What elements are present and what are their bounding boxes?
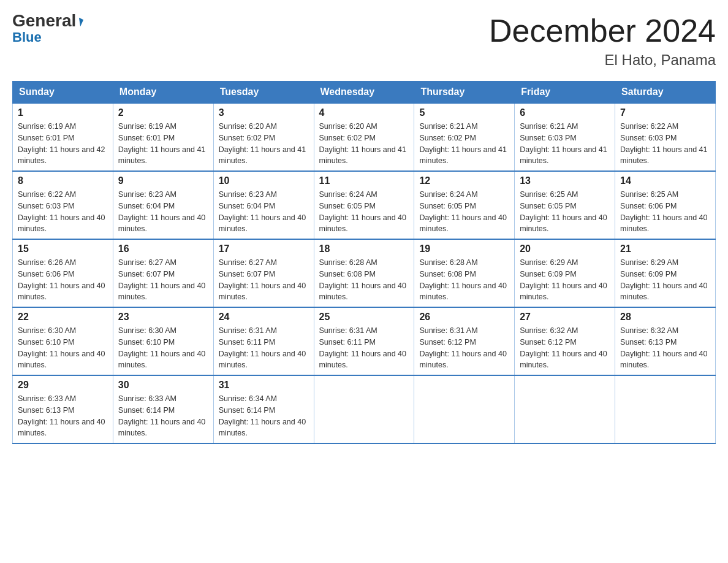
column-header-saturday: Saturday — [615, 82, 716, 104]
logo-general: General — [12, 12, 82, 29]
day-info: Sunrise: 6:22 AMSunset: 6:03 PMDaylight:… — [620, 121, 710, 167]
day-number: 5 — [419, 107, 509, 118]
calendar-cell: 2Sunrise: 6:19 AMSunset: 6:01 PMDaylight… — [113, 103, 213, 171]
calendar-cell — [615, 375, 716, 443]
day-number: 21 — [620, 243, 710, 255]
day-info: Sunrise: 6:27 AMSunset: 6:07 PMDaylight:… — [118, 257, 208, 303]
calendar-cell: 17Sunrise: 6:27 AMSunset: 6:07 PMDayligh… — [213, 239, 314, 307]
day-info: Sunrise: 6:31 AMSunset: 6:11 PMDaylight:… — [319, 325, 409, 371]
calendar-cell — [515, 375, 615, 443]
day-number: 14 — [620, 175, 710, 186]
column-header-wednesday: Wednesday — [314, 82, 414, 104]
day-number: 16 — [118, 243, 208, 255]
day-info: Sunrise: 6:32 AMSunset: 6:12 PMDaylight:… — [520, 325, 610, 371]
day-info: Sunrise: 6:19 AMSunset: 6:01 PMDaylight:… — [118, 121, 208, 167]
day-info: Sunrise: 6:30 AMSunset: 6:10 PMDaylight:… — [118, 325, 208, 371]
calendar-cell: 27Sunrise: 6:32 AMSunset: 6:12 PMDayligh… — [515, 307, 615, 375]
day-info: Sunrise: 6:24 AMSunset: 6:05 PMDaylight:… — [419, 189, 509, 235]
page-header: General Blue December 2024 El Hato, Pana… — [12, 12, 716, 69]
day-info: Sunrise: 6:19 AMSunset: 6:01 PMDaylight:… — [18, 121, 108, 167]
day-number: 11 — [319, 175, 409, 186]
calendar-cell: 1Sunrise: 6:19 AMSunset: 6:01 PMDaylight… — [13, 103, 113, 171]
day-number: 23 — [118, 312, 208, 323]
column-header-sunday: Sunday — [13, 82, 113, 104]
calendar-cell: 23Sunrise: 6:30 AMSunset: 6:10 PMDayligh… — [113, 307, 213, 375]
calendar-cell: 18Sunrise: 6:28 AMSunset: 6:08 PMDayligh… — [314, 239, 414, 307]
calendar-cell: 22Sunrise: 6:30 AMSunset: 6:10 PMDayligh… — [13, 307, 113, 375]
calendar-week-4: 22Sunrise: 6:30 AMSunset: 6:10 PMDayligh… — [13, 307, 716, 375]
day-info: Sunrise: 6:28 AMSunset: 6:08 PMDaylight:… — [419, 257, 509, 303]
day-info: Sunrise: 6:25 AMSunset: 6:05 PMDaylight:… — [520, 189, 610, 235]
day-info: Sunrise: 6:26 AMSunset: 6:06 PMDaylight:… — [18, 257, 108, 303]
day-info: Sunrise: 6:28 AMSunset: 6:08 PMDaylight:… — [319, 257, 409, 303]
calendar-cell: 21Sunrise: 6:29 AMSunset: 6:09 PMDayligh… — [615, 239, 716, 307]
day-number: 17 — [219, 243, 309, 255]
calendar-cell: 16Sunrise: 6:27 AMSunset: 6:07 PMDayligh… — [113, 239, 213, 307]
calendar-week-1: 1Sunrise: 6:19 AMSunset: 6:01 PMDaylight… — [13, 103, 716, 171]
day-info: Sunrise: 6:33 AMSunset: 6:14 PMDaylight:… — [118, 393, 208, 439]
day-info: Sunrise: 6:27 AMSunset: 6:07 PMDaylight:… — [219, 257, 309, 303]
day-number: 12 — [419, 175, 509, 186]
day-info: Sunrise: 6:32 AMSunset: 6:13 PMDaylight:… — [620, 325, 710, 371]
day-number: 29 — [18, 380, 108, 391]
day-number: 19 — [419, 243, 509, 255]
calendar-week-5: 29Sunrise: 6:33 AMSunset: 6:13 PMDayligh… — [13, 375, 716, 443]
day-number: 7 — [620, 107, 710, 118]
month-title: December 2024 — [489, 12, 716, 49]
calendar-cell: 25Sunrise: 6:31 AMSunset: 6:11 PMDayligh… — [314, 307, 414, 375]
day-info: Sunrise: 6:23 AMSunset: 6:04 PMDaylight:… — [118, 189, 208, 235]
column-header-tuesday: Tuesday — [213, 82, 314, 104]
calendar-cell: 26Sunrise: 6:31 AMSunset: 6:12 PMDayligh… — [414, 307, 515, 375]
day-info: Sunrise: 6:29 AMSunset: 6:09 PMDaylight:… — [620, 257, 710, 303]
calendar-cell: 7Sunrise: 6:22 AMSunset: 6:03 PMDaylight… — [615, 103, 716, 171]
day-number: 24 — [219, 312, 309, 323]
day-number: 26 — [419, 312, 509, 323]
calendar-cell: 5Sunrise: 6:21 AMSunset: 6:02 PMDaylight… — [414, 103, 515, 171]
day-info: Sunrise: 6:21 AMSunset: 6:02 PMDaylight:… — [419, 121, 509, 167]
column-header-monday: Monday — [113, 82, 213, 104]
day-number: 18 — [319, 243, 409, 255]
day-number: 8 — [18, 175, 108, 186]
calendar-week-3: 15Sunrise: 6:26 AMSunset: 6:06 PMDayligh… — [13, 239, 716, 307]
day-number: 31 — [219, 380, 309, 391]
day-info: Sunrise: 6:33 AMSunset: 6:13 PMDaylight:… — [18, 393, 108, 439]
calendar-cell: 3Sunrise: 6:20 AMSunset: 6:02 PMDaylight… — [213, 103, 314, 171]
calendar-cell: 13Sunrise: 6:25 AMSunset: 6:05 PMDayligh… — [515, 171, 615, 239]
calendar-cell: 12Sunrise: 6:24 AMSunset: 6:05 PMDayligh… — [414, 171, 515, 239]
calendar-cell: 10Sunrise: 6:23 AMSunset: 6:04 PMDayligh… — [213, 171, 314, 239]
calendar-cell: 24Sunrise: 6:31 AMSunset: 6:11 PMDayligh… — [213, 307, 314, 375]
day-number: 2 — [118, 107, 208, 118]
title-block: December 2024 El Hato, Panama — [489, 12, 716, 69]
logo-blue: Blue — [12, 29, 42, 45]
day-number: 27 — [520, 312, 610, 323]
day-number: 6 — [520, 107, 610, 118]
calendar-cell: 20Sunrise: 6:29 AMSunset: 6:09 PMDayligh… — [515, 239, 615, 307]
column-header-friday: Friday — [515, 82, 615, 104]
calendar-cell: 6Sunrise: 6:21 AMSunset: 6:03 PMDaylight… — [515, 103, 615, 171]
calendar-cell: 11Sunrise: 6:24 AMSunset: 6:05 PMDayligh… — [314, 171, 414, 239]
calendar-cell: 29Sunrise: 6:33 AMSunset: 6:13 PMDayligh… — [13, 375, 113, 443]
day-number: 3 — [219, 107, 309, 118]
calendar-cell: 9Sunrise: 6:23 AMSunset: 6:04 PMDaylight… — [113, 171, 213, 239]
day-number: 9 — [118, 175, 208, 186]
day-info: Sunrise: 6:31 AMSunset: 6:11 PMDaylight:… — [219, 325, 309, 371]
day-info: Sunrise: 6:31 AMSunset: 6:12 PMDaylight:… — [419, 325, 509, 371]
day-info: Sunrise: 6:25 AMSunset: 6:06 PMDaylight:… — [620, 189, 710, 235]
column-header-thursday: Thursday — [414, 82, 515, 104]
calendar-cell: 15Sunrise: 6:26 AMSunset: 6:06 PMDayligh… — [13, 239, 113, 307]
day-info: Sunrise: 6:20 AMSunset: 6:02 PMDaylight:… — [219, 121, 309, 167]
day-number: 25 — [319, 312, 409, 323]
calendar-cell: 4Sunrise: 6:20 AMSunset: 6:02 PMDaylight… — [314, 103, 414, 171]
day-number: 4 — [319, 107, 409, 118]
day-number: 13 — [520, 175, 610, 186]
day-info: Sunrise: 6:30 AMSunset: 6:10 PMDaylight:… — [18, 325, 108, 371]
day-info: Sunrise: 6:23 AMSunset: 6:04 PMDaylight:… — [219, 189, 309, 235]
day-info: Sunrise: 6:22 AMSunset: 6:03 PMDaylight:… — [18, 189, 108, 235]
day-info: Sunrise: 6:24 AMSunset: 6:05 PMDaylight:… — [319, 189, 409, 235]
day-number: 22 — [18, 312, 108, 323]
logo: General Blue — [12, 12, 82, 45]
day-info: Sunrise: 6:21 AMSunset: 6:03 PMDaylight:… — [520, 121, 610, 167]
calendar-cell: 8Sunrise: 6:22 AMSunset: 6:03 PMDaylight… — [13, 171, 113, 239]
day-number: 28 — [620, 312, 710, 323]
calendar-table: SundayMondayTuesdayWednesdayThursdayFrid… — [12, 81, 716, 444]
